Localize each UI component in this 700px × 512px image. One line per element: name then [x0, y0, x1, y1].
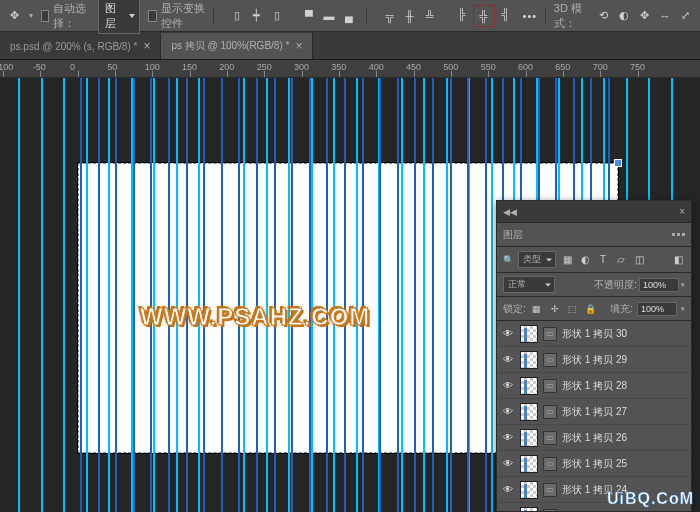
guide-vertical[interactable] [491, 78, 493, 512]
guide-vertical[interactable] [401, 78, 403, 512]
guide-vertical[interactable] [243, 78, 245, 512]
close-icon[interactable]: × [295, 39, 302, 53]
dropdown-caret-icon[interactable]: ▾ [29, 11, 33, 20]
shape-badge-icon[interactable]: ▭ [543, 509, 557, 512]
visibility-eye-icon[interactable]: 👁 [501, 327, 515, 341]
shape-line[interactable] [168, 78, 170, 512]
guide-vertical[interactable] [266, 78, 268, 512]
filter-toggle-icon[interactable]: ◧ [671, 253, 685, 267]
filter-adjust-icon[interactable]: ◐ [578, 253, 592, 267]
shape-line[interactable] [344, 78, 346, 512]
shape-line[interactable] [133, 78, 135, 512]
collapse-icon[interactable]: ◀◀ [503, 207, 517, 217]
guide-vertical[interactable] [176, 78, 178, 512]
dropdown-caret-icon[interactable]: ▾ [681, 281, 685, 289]
shape-line[interactable] [485, 78, 487, 512]
auto-select-type-dropdown[interactable]: 图层 [98, 0, 139, 34]
tab-document-1[interactable]: ps.psd @ 200% (s, RGB/8) * × [0, 33, 161, 59]
shape-line[interactable] [450, 78, 452, 512]
zoom-3d-icon[interactable]: ⤢ [679, 7, 692, 25]
shape-line[interactable] [432, 78, 434, 512]
layer-name[interactable]: 形状 1 拷贝 23 [562, 509, 687, 512]
close-icon[interactable]: × [143, 39, 150, 53]
guide-vertical[interactable] [153, 78, 155, 512]
filter-type-icon[interactable]: T [596, 253, 610, 267]
layer-name[interactable]: 形状 1 拷贝 25 [562, 457, 687, 471]
visibility-eye-icon[interactable]: 👁 [501, 509, 515, 512]
shape-badge-icon[interactable]: ▭ [543, 379, 557, 393]
layer-thumbnail[interactable] [520, 403, 538, 421]
shape-line[interactable] [98, 78, 100, 512]
ruler-horizontal[interactable]: (function(){ const data = JSON.parse(doc… [0, 60, 700, 78]
lock-position-icon[interactable]: ✢ [548, 302, 562, 316]
distribute-top-icon[interactable]: ╦ [381, 7, 399, 25]
layer-thumbnail[interactable] [520, 507, 538, 512]
shape-line[interactable] [309, 78, 311, 512]
slide-3d-icon[interactable]: ↔ [659, 7, 672, 25]
filter-smart-icon[interactable]: ◫ [632, 253, 646, 267]
layer-row[interactable]: 👁▭形状 1 拷贝 26 [497, 425, 691, 451]
align-middle-icon[interactable]: ▬ [320, 7, 338, 25]
align-right-icon[interactable]: ▯ [268, 7, 286, 25]
align-left-icon[interactable]: ▯ [228, 7, 246, 25]
align-center-h-icon[interactable]: ┿ [248, 7, 266, 25]
move-tool-icon[interactable]: ✥ [8, 7, 21, 25]
distribute-right-icon[interactable]: ╣ [497, 5, 515, 23]
guide-vertical[interactable] [198, 78, 200, 512]
layer-name[interactable]: 形状 1 拷贝 29 [562, 353, 687, 367]
layers-panel[interactable]: ◀◀ × 图层 🔍 类型 ▦ ◐ T ▱ ◫ ◧ 正常 不透明度: 100% ▾… [496, 200, 692, 512]
distribute-bottom-icon[interactable]: ╩ [421, 7, 439, 25]
guide-vertical[interactable] [108, 78, 110, 512]
shape-line[interactable] [326, 78, 328, 512]
guide-vertical[interactable] [63, 78, 65, 512]
shape-line[interactable] [362, 78, 364, 512]
shape-badge-icon[interactable]: ▭ [543, 405, 557, 419]
shape-badge-icon[interactable]: ▭ [543, 327, 557, 341]
shape-line[interactable] [115, 78, 117, 512]
shape-line[interactable] [414, 78, 416, 512]
layer-row[interactable]: 👁▭形状 1 拷贝 29 [497, 347, 691, 373]
checkbox-icon[interactable] [41, 10, 50, 22]
transform-handle-tr[interactable] [614, 159, 622, 167]
opacity-input[interactable]: 100% [639, 278, 679, 292]
shape-line[interactable] [238, 78, 240, 512]
shape-line[interactable] [186, 78, 188, 512]
lock-artboard-icon[interactable]: ⬚ [566, 302, 580, 316]
shape-line[interactable] [203, 78, 205, 512]
more-options-icon[interactable]: ••• [523, 7, 538, 25]
align-bottom-icon[interactable]: ▄ [340, 7, 358, 25]
shape-line[interactable] [397, 78, 399, 512]
visibility-eye-icon[interactable]: 👁 [501, 405, 515, 419]
checkbox-icon[interactable] [148, 10, 157, 22]
guide-vertical[interactable] [288, 78, 290, 512]
guide-vertical[interactable] [333, 78, 335, 512]
layer-row[interactable]: 👁▭形状 1 拷贝 25 [497, 451, 691, 477]
layer-thumbnail[interactable] [520, 351, 538, 369]
search-icon[interactable]: 🔍 [503, 255, 514, 265]
guide-vertical[interactable] [41, 78, 43, 512]
shape-line[interactable] [80, 78, 82, 512]
guide-vertical[interactable] [356, 78, 358, 512]
shape-badge-icon[interactable]: ▭ [543, 457, 557, 471]
layer-thumbnail[interactable] [520, 377, 538, 395]
layer-row[interactable]: 👁▭形状 1 拷贝 28 [497, 373, 691, 399]
shape-line[interactable] [379, 78, 381, 512]
visibility-eye-icon[interactable]: 👁 [501, 379, 515, 393]
blend-mode-dropdown[interactable]: 正常 [503, 276, 555, 293]
lock-pixels-icon[interactable]: ▦ [530, 302, 544, 316]
layer-thumbnail[interactable] [520, 429, 538, 447]
show-transform-checkbox[interactable]: 显示变换控件 [148, 1, 205, 31]
fill-input[interactable]: 100% [637, 302, 677, 316]
layer-name[interactable]: 形状 1 拷贝 30 [562, 327, 687, 341]
distribute-v-center-icon[interactable]: ╫ [401, 7, 419, 25]
panel-menu-icon[interactable] [672, 233, 685, 236]
pan-3d-icon[interactable]: ✥ [638, 7, 651, 25]
auto-select-checkbox[interactable]: 自动选择： [41, 1, 91, 31]
shape-line[interactable] [150, 78, 152, 512]
filter-shape-icon[interactable]: ▱ [614, 253, 628, 267]
shape-line[interactable] [467, 78, 469, 512]
layer-thumbnail[interactable] [520, 325, 538, 343]
layer-name[interactable]: 形状 1 拷贝 28 [562, 379, 687, 393]
guide-vertical[interactable] [311, 78, 313, 512]
shape-badge-icon[interactable]: ▭ [543, 353, 557, 367]
